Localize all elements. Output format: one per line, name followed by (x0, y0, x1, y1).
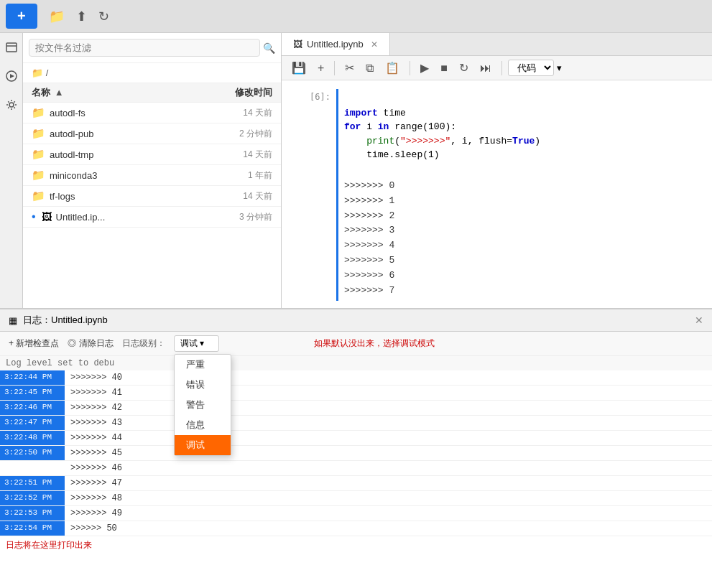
file-item-time: 3 分钟前 (239, 211, 272, 223)
folder-icon: 📁 (32, 169, 45, 182)
log-timestamp: 3:22:47 PM (0, 416, 65, 430)
output-line: >>>>>>> 7 (344, 284, 695, 299)
notebook-area: 🖼 Untitled.ipynb ✕ 💾 + ✂ ⧉ 📋 ▶ ■ ↻ ⏭ 代码 … (282, 33, 712, 308)
file-item-name: autodl-fs (50, 108, 85, 118)
log-message: >>>>>>> 49 (65, 506, 128, 521)
file-list-header: 名称 ▲ 修改时间 (23, 83, 281, 103)
file-item[interactable]: 📁 tf-logs 14 天前 (23, 186, 281, 207)
save-button[interactable]: 💾 (287, 59, 310, 77)
level-option-info[interactable]: 信息 (175, 415, 231, 435)
sidebar-item-run[interactable] (3, 67, 20, 85)
log-content: Log level set to debu 3:22:44 PM >>>>>>>… (0, 356, 712, 588)
file-item-time: 14 天前 (243, 149, 272, 161)
new-button[interactable]: + (6, 4, 37, 29)
new-folder-icon: 📁 (49, 9, 65, 24)
log-timestamp: 3:22:51 PM (0, 476, 65, 490)
toolbar-divider-3 (501, 61, 502, 75)
search-input[interactable] (29, 39, 260, 57)
restart-button[interactable]: ↻ (455, 59, 473, 77)
new-button-label: + (17, 8, 26, 24)
cell-content[interactable]: import time for i in range(100): print("… (336, 89, 701, 301)
level-option-warning[interactable]: 警告 (175, 395, 231, 415)
sidebar-item-files[interactable] (3, 39, 20, 56)
log-message: >>>>>> 50 (65, 521, 123, 536)
folder-icon: 📁 (32, 148, 45, 161)
file-item-left: 📁 autodl-tmp (32, 148, 93, 161)
log-row: 3:22:45 PM >>>>>>> 41 (0, 386, 712, 401)
tab-close-button[interactable]: ✕ (371, 39, 378, 50)
log-panel-close-button[interactable]: ✕ (695, 314, 703, 326)
log-level-dropdown[interactable]: 严重 错误 警告 信息 调试 (174, 354, 231, 456)
log-toolbar: + 新增检查点 ◎ 清除日志 日志级别： 调试 ▾ 严重 错误 警告 信息 调试… (0, 332, 712, 356)
clear-log-button[interactable]: ◎ 清除日志 (68, 337, 113, 350)
log-panel: ▦ 日志：Untitled.ipynb ✕ + 新增检查点 ◎ 清除日志 日志级… (0, 308, 712, 588)
sidebar-icons (0, 33, 23, 308)
refresh-icon: ↻ (98, 9, 109, 24)
log-row: 3:22:48 PM >>>>>>> 44 (0, 431, 712, 446)
new-folder-button[interactable]: 📁 (49, 9, 65, 24)
log-timestamp: 3:22:54 PM (0, 521, 65, 536)
cell-type-select[interactable]: 代码 (508, 60, 554, 76)
log-timestamp: 3:22:46 PM (0, 401, 65, 415)
refresh-button[interactable]: ↻ (98, 9, 109, 24)
file-item[interactable]: 📁 autodl-fs 14 天前 (23, 103, 281, 123)
toolbar-divider-2 (410, 61, 410, 75)
log-message: >>>>>>> 43 (65, 416, 128, 430)
output-block: >>>>>>> 0>>>>>>> 1>>>>>>> 2>>>>>>> 3>>>>… (344, 179, 695, 298)
file-item[interactable]: 📁 autodl-pub 2 分钟前 (23, 123, 281, 144)
svg-point-4 (9, 103, 14, 107)
file-item[interactable]: •🖼 Untitled.ip... 3 分钟前 (23, 207, 281, 228)
level-option-debug[interactable]: 调试 (175, 435, 231, 455)
file-item[interactable]: 📁 miniconda3 1 年前 (23, 165, 281, 186)
file-item[interactable]: 📁 autodl-tmp 14 天前 (23, 144, 281, 165)
level-option-error[interactable]: 错误 (175, 375, 231, 395)
notebook-tab[interactable]: 🖼 Untitled.ipynb ✕ (282, 33, 390, 55)
file-item-left: •🖼 Untitled.ip... (32, 210, 105, 223)
level-option-severe[interactable]: 严重 (175, 355, 231, 375)
file-dot: • (32, 210, 36, 223)
log-row: 3:22:47 PM >>>>>>> 43 (0, 416, 712, 431)
add-cell-button[interactable]: + (313, 60, 328, 77)
add-checkpoint-button[interactable]: + 新增检查点 (9, 337, 59, 350)
log-panel-header: ▦ 日志：Untitled.ipynb ✕ (0, 309, 712, 332)
log-row: 3:22:50 PM >>>>>>> 45 (0, 446, 712, 461)
folder-icon: 📁 (32, 190, 45, 202)
upload-icon: ⬆ (76, 9, 87, 24)
fast-forward-button[interactable]: ⏭ (476, 60, 496, 77)
output-line: >>>>>>> 0 (344, 179, 695, 194)
log-header-row: Log level set to debu (0, 356, 712, 370)
output-line: >>>>>>> 4 (344, 238, 695, 253)
file-item-left: 📁 autodl-pub (32, 127, 93, 140)
output-line: >>>>>>> 6 (344, 269, 695, 284)
file-item-left: 📁 autodl-fs (32, 106, 85, 119)
upload-button[interactable]: ⬆ (76, 9, 87, 24)
file-item-name: autodl-pub (50, 129, 93, 139)
copy-button[interactable]: ⧉ (361, 60, 378, 77)
log-level-button[interactable]: 调试 ▾ (174, 335, 219, 352)
cell-area: [6]: import time for i in range(100): pr… (282, 80, 712, 308)
paste-button[interactable]: 📋 (381, 59, 404, 77)
file-item-left: 📁 miniconda3 (32, 169, 98, 182)
log-row: 3:22:53 PM >>>>>>> 49 (0, 506, 712, 521)
tab-bar: 🖼 Untitled.ipynb ✕ (282, 33, 712, 56)
file-search-bar: 🔍 (23, 33, 281, 63)
cell-index: [6]: (293, 89, 336, 301)
log-timestamp: 3:22:52 PM (0, 491, 65, 505)
log-message: >>>>>>> 46 (65, 461, 128, 475)
stop-button[interactable]: ■ (436, 60, 452, 77)
file-browser: 🔍 📁 / 名称 ▲ 修改时间 📁 autodl-fs 14 天前 📁 auto… (23, 33, 282, 308)
file-list: 📁 autodl-fs 14 天前 📁 autodl-pub 2 分钟前 📁 a… (23, 103, 281, 308)
file-item-time: 14 天前 (243, 190, 272, 202)
code-cell[interactable]: [6]: import time for i in range(100): pr… (293, 89, 701, 301)
sidebar-item-gear[interactable] (3, 96, 20, 113)
cut-button[interactable]: ✂ (341, 59, 359, 77)
log-message: >>>>>>> 42 (65, 401, 128, 415)
run-button[interactable]: ▶ (416, 59, 433, 77)
log-timestamp: 3:22:53 PM (0, 506, 65, 521)
log-rows-container: 3:22:44 PM >>>>>>> 40 3:22:45 PM >>>>>>>… (0, 370, 712, 536)
file-item-left: 📁 tf-logs (32, 190, 75, 202)
log-timestamp: 3:22:48 PM (0, 431, 65, 445)
log-message: >>>>>>> 45 (65, 446, 128, 460)
file-item-time: 14 天前 (243, 107, 272, 119)
file-item-name: autodl-tmp (50, 149, 93, 160)
